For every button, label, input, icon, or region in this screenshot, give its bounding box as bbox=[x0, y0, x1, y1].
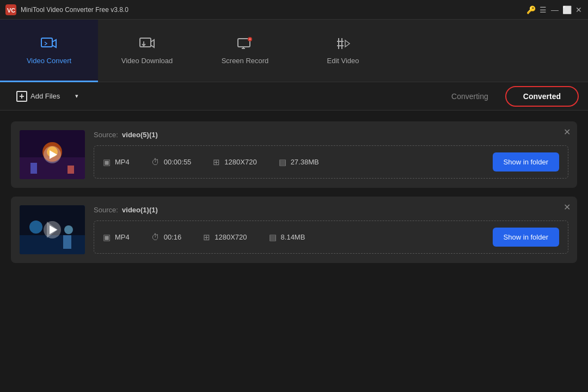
nav-video-download[interactable]: Video Download bbox=[98, 20, 196, 82]
duration-icon-1: ⏱ bbox=[151, 157, 160, 167]
nav-bar: Video Convert Video Download Screen Reco… bbox=[0, 20, 588, 82]
card-info-2: Source: video(1)(1) ▣ MP4 ⏱ 00:16 ⊞ 1280… bbox=[94, 206, 568, 254]
key-icon[interactable]: 🔑 bbox=[527, 6, 535, 14]
add-files-label: Add Files bbox=[30, 92, 60, 100]
title-bar: VC MiniTool Video Converter Free v3.8.0 … bbox=[0, 0, 588, 20]
svg-text:VC: VC bbox=[7, 7, 15, 14]
add-files-button[interactable]: + Add Files bbox=[11, 88, 65, 105]
tab-converting[interactable]: Converting bbox=[435, 88, 505, 105]
show-in-folder-button-2[interactable]: Show in folder bbox=[493, 228, 559, 247]
filesize-value-2: 8.14MB bbox=[281, 233, 305, 241]
resolution-value-2: 1280X720 bbox=[215, 233, 247, 241]
format-value-2: MP4 bbox=[115, 233, 130, 241]
nav-screen-record-label: Screen Record bbox=[222, 57, 269, 65]
edit-video-icon bbox=[334, 35, 352, 52]
svg-rect-3 bbox=[140, 38, 151, 47]
maximize-button[interactable]: ⬜ bbox=[563, 6, 571, 14]
svg-point-6 bbox=[249, 38, 251, 40]
app-title: MiniTool Video Converter Free v3.8.0 bbox=[21, 6, 128, 14]
resolution-icon-2: ⊞ bbox=[203, 232, 210, 242]
svg-rect-11 bbox=[30, 163, 37, 174]
filesize-value-1: 27.38MB bbox=[291, 158, 319, 166]
source-name-2: video(1)(1) bbox=[122, 206, 158, 214]
duration-1: ⏱ 00:00:55 bbox=[151, 157, 192, 167]
source-label-1: Source: bbox=[94, 131, 118, 139]
video-thumbnail-1[interactable] bbox=[20, 130, 85, 179]
card-info-1: Source: video(5)(1) ▣ MP4 ⏱ 00:00:55 ⊞ 1… bbox=[94, 131, 568, 179]
format-value-1: MP4 bbox=[115, 158, 130, 166]
svg-rect-2 bbox=[41, 38, 52, 47]
video-download-icon bbox=[138, 35, 156, 52]
video-card-1: Source: video(5)(1) ▣ MP4 ⏱ 00:00:55 ⊞ 1… bbox=[11, 121, 577, 188]
video-convert-icon bbox=[40, 35, 58, 52]
resolution-icon-1: ⊞ bbox=[213, 157, 220, 167]
tab-converted[interactable]: Converted bbox=[507, 88, 577, 105]
nav-video-download-label: Video Download bbox=[121, 57, 173, 65]
format-2: ▣ MP4 bbox=[103, 232, 130, 242]
video-thumbnail-2[interactable] bbox=[20, 205, 85, 254]
card-details-2: ▣ MP4 ⏱ 00:16 ⊞ 1280X720 ▤ 8.14MB Show i… bbox=[94, 220, 568, 254]
format-icon-2: ▣ bbox=[103, 232, 111, 242]
card-source-2: Source: video(1)(1) bbox=[94, 206, 568, 214]
minimize-button[interactable]: — bbox=[551, 6, 559, 14]
close-button[interactable]: ✕ bbox=[575, 6, 583, 14]
card-details-1: ▣ MP4 ⏱ 00:00:55 ⊞ 1280X720 ▤ 27.38MB Sh… bbox=[94, 145, 568, 179]
filesize-2: ▤ 8.14MB bbox=[269, 232, 305, 242]
svg-rect-16 bbox=[63, 235, 71, 249]
play-button-1[interactable] bbox=[44, 146, 61, 163]
add-files-plus-icon: + bbox=[16, 91, 27, 102]
title-bar-left: VC MiniTool Video Converter Free v3.8.0 bbox=[5, 4, 128, 15]
duration-value-2: 00:16 bbox=[164, 233, 182, 241]
duration-value-1: 00:00:55 bbox=[164, 158, 192, 166]
format-icon-1: ▣ bbox=[103, 157, 111, 167]
resolution-value-1: 1280X720 bbox=[224, 158, 256, 166]
resolution-1: ⊞ 1280X720 bbox=[213, 157, 256, 167]
nav-edit-video[interactable]: Edit Video bbox=[294, 20, 392, 82]
close-card-button-2[interactable]: ✕ bbox=[564, 203, 571, 212]
play-button-2[interactable] bbox=[44, 221, 61, 238]
source-name-1: video(5)(1) bbox=[122, 131, 158, 139]
format-1: ▣ MP4 bbox=[103, 157, 130, 167]
title-bar-controls: 🔑 ☰ — ⬜ ✕ bbox=[527, 6, 583, 14]
video-card-2: Source: video(1)(1) ▣ MP4 ⏱ 00:16 ⊞ 1280… bbox=[11, 197, 577, 263]
app-logo: VC bbox=[5, 4, 16, 15]
source-label-2: Source: bbox=[94, 206, 118, 214]
duration-2: ⏱ 00:16 bbox=[151, 232, 182, 242]
filesize-icon-1: ▤ bbox=[279, 157, 286, 167]
close-card-button-1[interactable]: ✕ bbox=[564, 128, 571, 137]
menu-icon[interactable]: ☰ bbox=[539, 6, 547, 14]
screen-record-icon bbox=[236, 35, 254, 52]
content: Source: video(5)(1) ▣ MP4 ⏱ 00:00:55 ⊞ 1… bbox=[0, 111, 588, 274]
svg-point-15 bbox=[29, 220, 42, 234]
duration-icon-2: ⏱ bbox=[151, 232, 160, 242]
filesize-icon-2: ▤ bbox=[269, 232, 277, 242]
nav-video-convert[interactable]: Video Convert bbox=[0, 20, 98, 82]
nav-screen-record[interactable]: Screen Record bbox=[196, 20, 294, 82]
tab-container: Converting Converted bbox=[435, 88, 577, 105]
toolbar: + Add Files ▾ Converting Converted bbox=[0, 82, 588, 111]
card-source-1: Source: video(5)(1) bbox=[94, 131, 568, 139]
show-in-folder-button-1[interactable]: Show in folder bbox=[493, 152, 559, 171]
resolution-2: ⊞ 1280X720 bbox=[203, 232, 247, 242]
add-files-dropdown[interactable]: ▾ bbox=[71, 90, 83, 102]
svg-rect-12 bbox=[68, 166, 74, 174]
svg-point-17 bbox=[64, 225, 73, 234]
nav-video-convert-label: Video Convert bbox=[27, 57, 71, 65]
filesize-1: ▤ 27.38MB bbox=[279, 157, 319, 167]
nav-edit-video-label: Edit Video bbox=[327, 57, 359, 65]
